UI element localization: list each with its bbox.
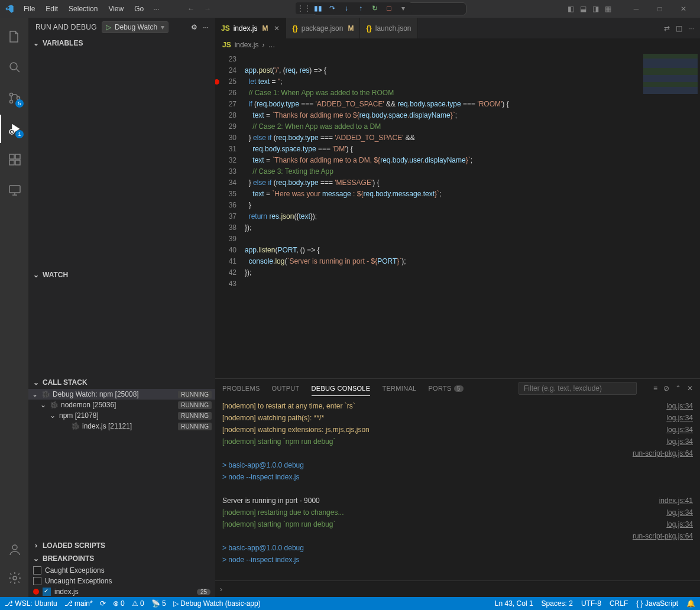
debug-config-selector[interactable]: ▷ Debug Watch ▾ [102, 21, 168, 33]
loaded-scripts-header[interactable]: › LOADED SCRIPTS [28, 539, 215, 552]
callstack-item[interactable]: ⌄🐞Debug Watch: npm [25008]RUNNING [28, 389, 215, 400]
chevron-down-icon[interactable]: ▾ [161, 23, 164, 31]
breakpoint-item[interactable]: Caught Exceptions [28, 565, 215, 576]
debug-console-output[interactable]: [nodemon] to restart at any time, enter … [215, 398, 700, 580]
watch-section-header[interactable]: ⌄ WATCH [28, 268, 215, 281]
callstack-section-header[interactable]: ⌄ CALL STACK [28, 376, 215, 389]
layout-left-icon[interactable]: ◧ [568, 5, 574, 13]
breakpoint-item[interactable]: Uncaught Exceptions [28, 576, 215, 586]
source-link[interactable]: log.js:34 [666, 412, 693, 424]
status-item[interactable]: CRLF [610, 599, 628, 608]
close-button[interactable]: ✕ [672, 1, 695, 17]
nav-forward-icon[interactable]: → [204, 5, 211, 13]
menu-file[interactable]: File [19, 2, 40, 15]
breakpoint-item[interactable]: index.js25 [28, 586, 215, 597]
nav-back-icon[interactable]: ← [187, 5, 195, 13]
source-link[interactable]: log.js:34 [666, 424, 693, 436]
callstack-item[interactable]: ⌄🐞nodemon [25036]RUNNING [28, 400, 215, 410]
status-radio[interactable]: 📡 5 [151, 599, 166, 608]
split-editor-icon[interactable]: ◫ [676, 24, 682, 33]
close-tab-icon[interactable]: ✕ [274, 24, 280, 33]
status-item[interactable]: UTF-8 [581, 599, 601, 608]
tab-actions: ⇄ ◫ ··· [658, 18, 700, 38]
minimize-button[interactable]: ─ [624, 1, 648, 17]
code-editor[interactable]: 2324252627282930313233343536373839404142… [215, 51, 700, 378]
search-icon[interactable] [0, 53, 28, 82]
sidebar-title: RUN AND DEBUG [35, 23, 97, 31]
dropdown-icon[interactable]: ▾ [398, 4, 408, 13]
stop-icon[interactable]: □ [384, 4, 394, 13]
breadcrumb[interactable]: JS index.js › … [215, 38, 700, 51]
menu-overflow[interactable]: ··· [148, 2, 164, 15]
close-panel-icon[interactable]: ✕ [687, 384, 693, 392]
accounts-icon[interactable] [0, 536, 28, 564]
panel-tab-terminal[interactable]: TERMINAL [382, 381, 416, 396]
layout-bottom-icon[interactable]: ⬓ [580, 5, 586, 13]
settings-gear-icon[interactable] [0, 564, 28, 592]
extensions-icon[interactable] [0, 145, 28, 174]
minimap[interactable] [641, 51, 700, 378]
restart-icon[interactable]: ↻ [370, 4, 380, 13]
gear-icon[interactable]: ⚙ [191, 23, 197, 31]
status-item[interactable]: Spaces: 2 [542, 599, 573, 608]
panel-tab-debug-console[interactable]: DEBUG CONSOLE [312, 381, 371, 396]
menu-view[interactable]: View [103, 2, 128, 15]
source-link[interactable]: run-script-pkg.js:64 [633, 530, 693, 542]
clear-icon[interactable]: ⊘ [663, 384, 669, 392]
status-debug[interactable]: ▷ Debug Watch (basic-app) [173, 599, 261, 608]
debug-console-input[interactable]: › [215, 580, 700, 597]
run-debug-icon[interactable]: 1 [0, 115, 28, 143]
more-icon[interactable]: ··· [688, 24, 694, 33]
step-into-icon[interactable]: ↓ [342, 4, 351, 13]
checkbox[interactable] [33, 577, 41, 585]
source-link[interactable]: log.js:34 [666, 436, 693, 447]
panel-tab-ports[interactable]: PORTS5 [428, 381, 463, 396]
status-sync[interactable]: ⟳ [100, 599, 106, 608]
source-link[interactable]: log.js:34 [666, 518, 693, 530]
chevron-up-icon[interactable]: ⌃ [675, 384, 681, 392]
status-item[interactable]: 🔔 [686, 599, 695, 608]
more-icon[interactable]: ··· [202, 23, 208, 31]
callstack-item[interactable]: 🐞index.js [21121]RUNNING [28, 421, 215, 431]
status-error[interactable]: ⊗ 0 [113, 599, 125, 608]
status-warn[interactable]: ⚠ 0 [132, 599, 144, 608]
step-over-icon[interactable]: ↷ [328, 4, 337, 13]
editor-tab[interactable]: {}launch.json [360, 18, 417, 38]
svg-rect-5 [9, 154, 14, 159]
status-branch[interactable]: ⎇ main* [64, 599, 93, 608]
start-debug-icon[interactable]: ▷ [106, 23, 111, 31]
status-item[interactable]: Ln 43, Col 1 [495, 599, 533, 608]
menu-go[interactable]: Go [129, 2, 148, 15]
source-link[interactable]: log.js:34 [666, 400, 693, 412]
source-link[interactable]: index.js:41 [659, 495, 693, 507]
remote-explorer-icon[interactable] [0, 176, 28, 205]
list-icon[interactable]: ≡ [653, 384, 657, 392]
panel-tab-output[interactable]: OUTPUT [272, 381, 300, 396]
layout-customize-icon[interactable]: ▦ [605, 5, 611, 13]
layout-right-icon[interactable]: ◨ [592, 5, 599, 13]
pause-icon[interactable]: ▮▮ [313, 4, 323, 13]
menu-selection[interactable]: Selection [64, 2, 102, 15]
variables-section-header[interactable]: ⌄ VARIABLES [28, 37, 215, 50]
status-remote[interactable]: ⎇ WSL: Ubuntu [5, 599, 57, 608]
explorer-icon[interactable] [0, 22, 28, 51]
step-out-icon[interactable]: ↑ [356, 4, 365, 13]
line-gutter[interactable]: 2324252627282930313233343536373839404142… [215, 51, 245, 378]
source-control-icon[interactable]: 5 [0, 84, 28, 112]
maximize-button[interactable]: □ [648, 1, 672, 17]
code-content[interactable]: app.post('/', (req, res) => { let text =… [245, 51, 641, 378]
checkbox[interactable] [43, 588, 51, 596]
debug-console-filter[interactable] [518, 382, 637, 395]
compare-icon[interactable]: ⇄ [664, 24, 670, 33]
callstack-item[interactable]: ⌄npm [21078]RUNNING [28, 410, 215, 421]
source-link[interactable]: run-script-pkg.js:64 [633, 447, 693, 459]
editor-tab[interactable]: {}package.jsonM [286, 18, 360, 38]
menu-edit[interactable]: Edit [41, 2, 63, 15]
drag-handle-icon[interactable]: ⋮⋮ [299, 4, 309, 13]
breakpoints-header[interactable]: ⌄ BREAKPOINTS [28, 552, 215, 565]
source-link[interactable]: log.js:34 [666, 507, 693, 518]
checkbox[interactable] [33, 566, 41, 575]
editor-tab[interactable]: JSindex.jsM✕ [215, 18, 286, 38]
status-item[interactable]: { } JavaScript [636, 599, 678, 608]
panel-tab-problems[interactable]: PROBLEMS [222, 381, 260, 396]
